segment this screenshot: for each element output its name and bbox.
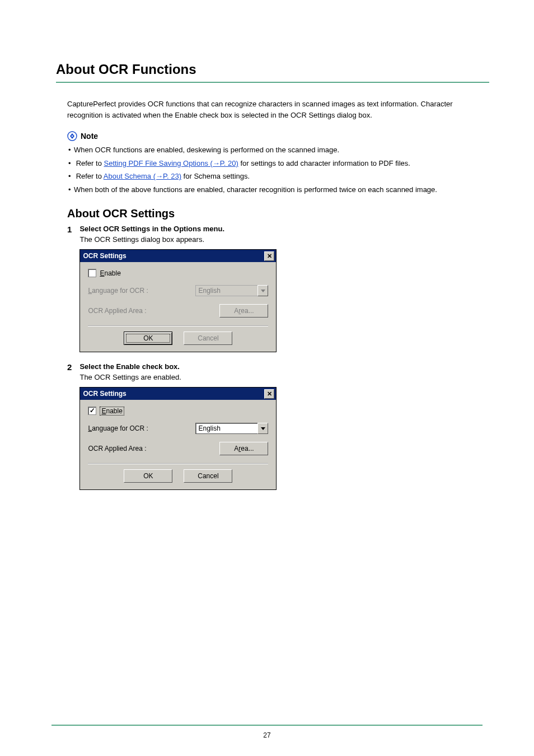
page-title: About OCR Functions	[56, 62, 489, 77]
enable-label: Enable	[100, 269, 120, 277]
ok-button[interactable]: OK	[124, 469, 172, 483]
dialog-separator	[88, 463, 268, 464]
page-number: 27	[0, 731, 534, 739]
cancel-button[interactable]: Cancel	[184, 469, 232, 483]
language-value: English	[195, 285, 257, 296]
dialog-separator	[88, 325, 268, 326]
note-label: Note	[81, 132, 98, 141]
note-list: When OCR functions are enabled, deskewin…	[67, 144, 478, 195]
language-label: Language for OCR :	[88, 424, 148, 432]
svg-point-2	[72, 136, 73, 137]
note-text: for Schema settings.	[181, 172, 250, 180]
ocr-settings-dialog-enabled: OCR Settings ✕ ✓ Enable Language for OCR…	[79, 387, 277, 490]
step-description: The OCR Settings dialog box appears.	[79, 235, 483, 244]
note-item: When both of the above functions are ena…	[67, 184, 478, 195]
note-icon	[67, 131, 77, 141]
note-text: for settings to add character informatio…	[238, 159, 410, 167]
enable-checkbox[interactable]	[88, 269, 96, 277]
language-label: Language for OCR :	[88, 287, 148, 295]
ocr-settings-dialog-disabled: OCR Settings ✕ Enable Language for OCR :…	[79, 249, 277, 352]
enable-label: Enable	[100, 407, 124, 415]
footer-divider	[51, 725, 483, 726]
step-title: Select OCR Settings in the Options menu.	[79, 225, 483, 233]
close-icon[interactable]: ✕	[264, 389, 274, 399]
language-combo[interactable]: English	[195, 423, 268, 434]
note-text: Refer to	[76, 159, 104, 167]
language-value: English	[195, 423, 257, 434]
note-item: Refer to About Schema (→P. 23) for Schem…	[67, 171, 478, 182]
cancel-button: Cancel	[184, 332, 232, 345]
enable-checkbox[interactable]: ✓	[88, 407, 96, 415]
link-about-schema[interactable]: About Schema (→P. 23)	[104, 172, 181, 180]
title-underline	[56, 82, 489, 83]
step-title: Select the Enable check box.	[79, 362, 483, 371]
note-text: Refer to	[76, 172, 104, 180]
area-button[interactable]: Area...	[219, 442, 268, 455]
step-number: 1	[67, 225, 77, 234]
area-label: OCR Applied Area :	[88, 445, 146, 452]
step-description: The OCR Settings are enabled.	[79, 373, 483, 381]
intro-paragraph: CapturePerfect provides OCR functions th…	[67, 99, 478, 121]
note-item: Refer to Setting PDF File Saving Options…	[67, 158, 478, 169]
section-title: About OCR Settings	[67, 207, 489, 220]
close-icon[interactable]: ✕	[264, 251, 274, 261]
dialog-title: OCR Settings	[83, 390, 126, 398]
link-pdf-options[interactable]: Setting PDF File Saving Options (→P. 20)	[104, 159, 238, 167]
ok-button[interactable]: OK	[124, 332, 172, 345]
area-button: Area...	[219, 304, 268, 318]
dialog-title: OCR Settings	[83, 252, 126, 260]
chevron-down-icon[interactable]	[257, 423, 268, 434]
area-label: OCR Applied Area :	[88, 307, 146, 315]
language-combo: English	[195, 285, 268, 296]
step-number: 2	[67, 362, 77, 372]
note-item: When OCR functions are enabled, deskewin…	[67, 144, 478, 156]
chevron-down-icon	[257, 285, 268, 296]
